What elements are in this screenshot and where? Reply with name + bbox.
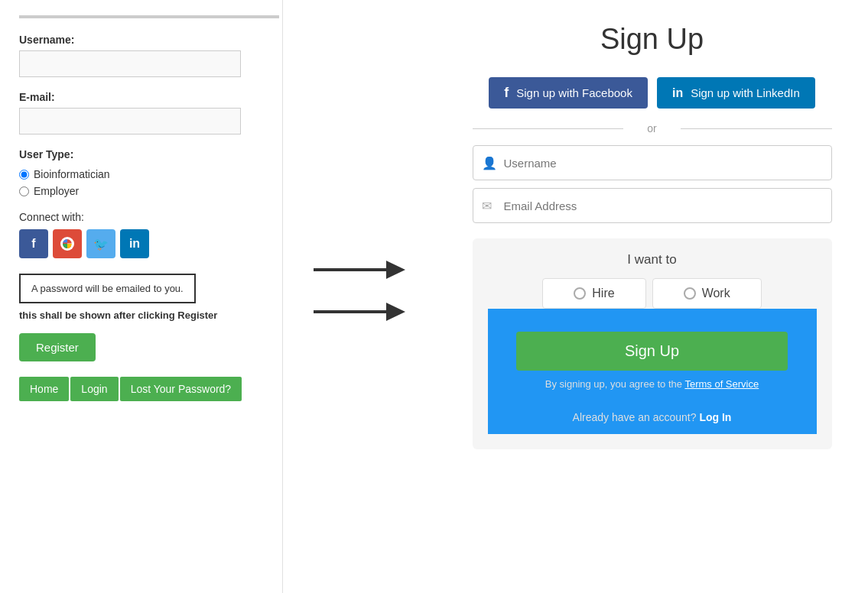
blue-bottom-section: Sign Up By signing up, you agree to the … (488, 309, 817, 434)
register-button[interactable]: Register (19, 333, 96, 361)
already-account-text: Already have an account? Log In (573, 400, 732, 434)
work-radio-circle (684, 287, 696, 300)
google-social-icon[interactable] (53, 229, 82, 258)
username-input[interactable] (19, 50, 241, 77)
email-input[interactable] (19, 108, 241, 134)
bioinformatician-label: Bioinformatician (34, 168, 110, 180)
username-label: Username: (19, 34, 263, 46)
or-divider: or (473, 122, 832, 134)
employer-label: Employer (34, 185, 79, 197)
or-text: or (647, 122, 656, 134)
username-input-group: 👤 ✉ (473, 145, 832, 231)
login-button[interactable]: Login (70, 377, 118, 401)
email-icon: ✉ (482, 199, 492, 213)
svg-marker-1 (386, 261, 405, 279)
svg-marker-2 (386, 303, 405, 321)
radio-employer-input[interactable] (19, 186, 29, 196)
right-column: Sign Up f Sign up with Facebook in Sign … (459, 23, 845, 593)
user-icon: 👤 (482, 156, 497, 170)
after-register-text: this shall be shown after clicking Regis… (19, 309, 263, 321)
radio-employer[interactable]: Employer (19, 185, 263, 197)
i-want-to-box: I want to Hire Work Sign Up By signing u… (473, 238, 832, 449)
hire-radio-circle (574, 287, 586, 300)
username-wrapper: 👤 (473, 145, 832, 180)
lost-password-button[interactable]: Lost Your Password? (120, 377, 242, 401)
arrow-top-icon (310, 254, 409, 285)
i-want-to-title: I want to (488, 252, 817, 267)
twitter-social-icon[interactable]: 🐦 (86, 229, 115, 258)
already-account-label: Already have an account? (573, 411, 697, 423)
arrow-bottom-icon (310, 296, 409, 327)
linkedin-social-icon[interactable]: in (120, 229, 149, 258)
bottom-nav: Home Login Lost Your Password? (19, 377, 263, 401)
top-bar (19, 15, 279, 18)
radio-bioinformatician-input[interactable] (19, 170, 29, 180)
work-label: Work (702, 287, 730, 300)
facebook-icon: f (504, 85, 509, 101)
hire-label: Hire (592, 287, 614, 300)
linkedin-icon: in (672, 86, 683, 100)
facebook-signup-button[interactable]: f Sign up with Facebook (489, 77, 648, 109)
signup-submit-button[interactable]: Sign Up (516, 332, 788, 371)
log-in-link[interactable]: Log In (699, 411, 731, 423)
user-type-label: User Type: (19, 148, 263, 160)
arrow-area (283, 0, 436, 593)
email-label: E-mail: (19, 91, 263, 103)
work-option-button[interactable]: Work (652, 278, 762, 309)
linkedin-signup-label: Sign up with LinkedIn (691, 86, 800, 99)
email-wrapper: ✉ (473, 188, 832, 223)
hire-option-button[interactable]: Hire (542, 278, 645, 309)
signup-title: Sign Up (600, 23, 704, 56)
right-email-input[interactable] (473, 188, 832, 223)
radio-bioinformatician[interactable]: Bioinformatician (19, 168, 263, 180)
user-type-group: Bioinformatician Employer (19, 168, 263, 197)
left-panel: Username: E-mail: User Type: Bioinformat… (0, 0, 283, 593)
connect-label: Connect with: (19, 211, 263, 223)
right-username-input[interactable] (473, 145, 832, 180)
facebook-social-icon[interactable]: f (19, 229, 48, 258)
social-signup-row: f Sign up with Facebook in Sign up with … (473, 77, 832, 109)
tos-text: By signing up, you agree to the Terms of… (545, 378, 759, 390)
facebook-signup-label: Sign up with Facebook (516, 86, 632, 99)
home-button[interactable]: Home (19, 377, 69, 401)
tos-link[interactable]: Terms of Service (684, 378, 759, 390)
linkedin-signup-button[interactable]: in Sign up with LinkedIn (657, 77, 815, 109)
right-panel: Sign Up f Sign up with Facebook in Sign … (436, 0, 868, 593)
password-notice: A password will be emailed to you. (19, 274, 196, 303)
tos-prefix: By signing up, you agree to the (545, 378, 682, 390)
want-options: Hire Work (488, 278, 817, 309)
social-icons-group: f 🐦 in (19, 229, 263, 258)
